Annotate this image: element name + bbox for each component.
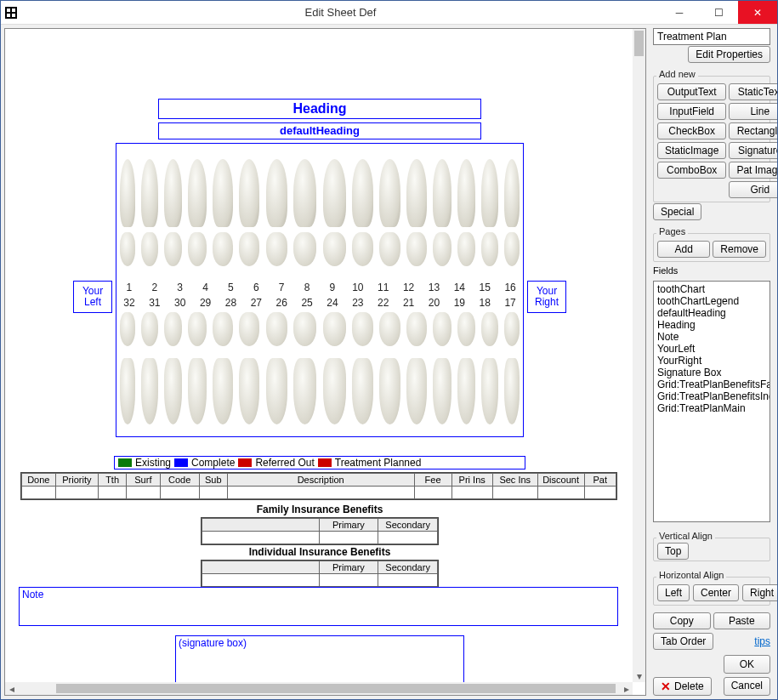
close-button[interactable]: ✕ xyxy=(738,1,777,24)
individual-benefits-title: Individual Insurance Benefits xyxy=(5,546,633,558)
align-top-button[interactable]: Top xyxy=(657,543,689,560)
addnew-staticimage[interactable]: StaticImage xyxy=(657,142,726,159)
field-item[interactable]: Grid:TreatPlanBenefitsFamily xyxy=(657,378,766,390)
addnew-checkbox[interactable]: CheckBox xyxy=(657,122,726,139)
addnew-rectangle[interactable]: Rectangle xyxy=(729,122,777,139)
app-icon xyxy=(1,7,21,19)
sheet-name-input[interactable] xyxy=(653,28,770,45)
valign-label: Vertical Align xyxy=(656,531,715,541)
halign-label: Horizontal Align xyxy=(656,570,726,580)
add-new-group: OutputTextStaticTextInputFieldLineCheckB… xyxy=(653,76,770,202)
your-left-field[interactable]: Your Left xyxy=(73,281,112,313)
family-benefits-title: Family Insurance Benefits xyxy=(5,504,633,515)
tab-order-button[interactable]: Tab Order xyxy=(653,633,713,650)
field-item[interactable]: toothChart xyxy=(657,283,766,295)
titlebar: Edit Sheet Def ─ ☐ ✕ xyxy=(1,1,777,25)
fields-listbox[interactable]: toothCharttoothChartLegenddefaultHeading… xyxy=(653,281,770,522)
fields-label: Fields xyxy=(653,265,770,276)
addnew-inputfield[interactable]: InputField xyxy=(657,103,726,120)
side-panel: Edit Properties Add new OutputTextStatic… xyxy=(646,28,774,696)
addnew-combobox[interactable]: ComboBox xyxy=(657,162,726,179)
vertical-scrollbar[interactable]: ▾ xyxy=(633,29,645,682)
cancel-button[interactable]: Cancel xyxy=(724,677,770,696)
remove-page-button[interactable]: Remove xyxy=(713,241,766,258)
maximize-button[interactable]: ☐ xyxy=(699,1,738,24)
field-item[interactable]: toothChartLegend xyxy=(657,295,766,307)
field-item[interactable]: YourLeft xyxy=(657,343,766,355)
individual-benefits-grid[interactable]: PrimarySecondary xyxy=(201,560,439,588)
addnew-outputtext[interactable]: OutputText xyxy=(657,83,726,100)
field-item[interactable]: Note xyxy=(657,331,766,343)
paste-button[interactable]: Paste xyxy=(713,612,771,629)
delete-button[interactable]: ✕Delete xyxy=(653,677,712,696)
addnew-statictext[interactable]: StaticText xyxy=(729,83,777,100)
field-item[interactable]: defaultHeading xyxy=(657,307,766,319)
design-canvas[interactable]: Heading defaultHeading Your Left Your Ri… xyxy=(4,28,646,696)
your-right-field[interactable]: Your Right xyxy=(527,281,566,313)
horizontal-scrollbar[interactable]: ◂▸ xyxy=(5,682,633,695)
note-field[interactable]: Note xyxy=(19,587,618,626)
window-title: Edit Sheet Def xyxy=(21,6,660,19)
minimize-button[interactable]: ─ xyxy=(660,1,699,24)
valign-group: Top xyxy=(653,538,770,561)
tips-link[interactable]: tips xyxy=(754,635,770,647)
edit-properties-button[interactable]: Edit Properties xyxy=(688,46,770,63)
copy-button[interactable]: Copy xyxy=(653,612,711,629)
addnew-grid[interactable]: Grid xyxy=(729,181,777,198)
addnew-signature[interactable]: Signature xyxy=(729,142,777,159)
field-item[interactable]: YourRight xyxy=(657,355,766,367)
pages-label: Pages xyxy=(656,226,688,236)
window: Edit Sheet Def ─ ☐ ✕ Heading defaultHead… xyxy=(0,0,778,700)
align-left-button[interactable]: Left xyxy=(657,584,690,601)
pages-group: Add Remove xyxy=(653,233,770,262)
halign-group: Left Center Right xyxy=(653,577,770,606)
field-item[interactable]: Grid:TreatPlanBenefitsIndivid xyxy=(657,390,766,402)
add-page-button[interactable]: Add xyxy=(657,241,710,258)
signature-box-field[interactable]: (signature box) xyxy=(175,635,464,682)
ok-button[interactable]: OK xyxy=(724,655,770,674)
default-heading-field[interactable]: defaultHeading xyxy=(158,122,481,139)
align-center-button[interactable]: Center xyxy=(693,584,739,601)
align-right-button[interactable]: Right xyxy=(742,584,777,601)
addnew-pat-image[interactable]: Pat Image xyxy=(729,162,777,179)
family-benefits-grid[interactable]: PrimarySecondary xyxy=(201,517,439,545)
delete-icon: ✕ xyxy=(661,680,671,693)
field-item[interactable]: Signature Box xyxy=(657,367,766,378)
addnew-line[interactable]: Line xyxy=(729,103,777,120)
treat-plan-main-grid[interactable]: DonePriorityTthSurfCodeSubDescriptionFee… xyxy=(20,472,617,500)
heading-field[interactable]: Heading xyxy=(158,99,481,119)
field-item[interactable]: Grid:TreatPlanMain xyxy=(657,402,766,414)
tooth-chart[interactable]: 12345678910111213141516 3231302928272625… xyxy=(116,143,524,437)
add-new-label: Add new xyxy=(656,69,698,79)
tooth-chart-legend[interactable]: Existing Complete Referred Out Treatment… xyxy=(114,456,525,470)
special-button[interactable]: Special xyxy=(653,203,701,220)
field-item[interactable]: Heading xyxy=(657,319,766,331)
